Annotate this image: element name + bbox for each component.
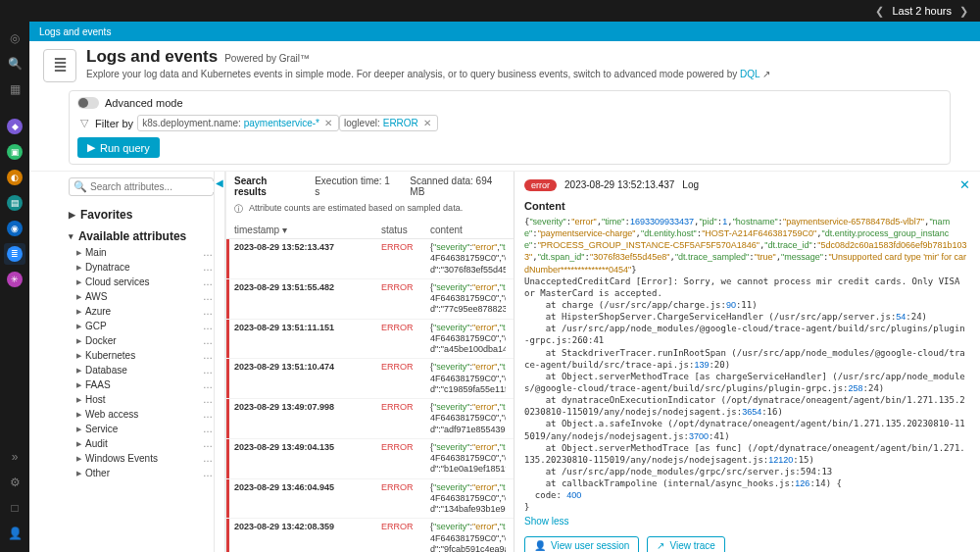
page-title: Logs and events [86,47,218,66]
attr-group[interactable]: ▶FAAS… [69,377,214,392]
user-icon[interactable]: 👤 [4,523,25,544]
info-icon: ⓘ [234,203,243,216]
attr-group[interactable]: ▶Cloud services… [69,275,214,289]
time-next-icon[interactable]: ❯ [959,5,968,18]
rail-app-icon[interactable]: ▤ [4,192,25,214]
attr-group[interactable]: ▶Service… [69,422,214,436]
log-row[interactable]: 2023-08-29 13:49:07.998ERROR{"severity":… [226,399,514,439]
attr-group[interactable]: ▶Azure… [69,304,214,319]
attr-count-note: Attribute counts are estimated based on … [249,203,463,216]
col-status[interactable]: status [381,225,430,235]
attr-group[interactable]: ▶Docker… [69,333,214,348]
logs-app-icon[interactable]: ≣ [4,243,25,265]
log-row[interactable]: 2023-08-29 13:42:08.359ERROR{"severity":… [226,519,514,552]
rail-app-icon[interactable]: ◆ [4,116,25,137]
search-attributes-input[interactable]: 🔍 [69,177,214,196]
log-row[interactable]: 2023-08-29 13:51:10.474ERROR{"severity":… [226,359,514,399]
show-less-link[interactable]: Show less [524,516,970,527]
nav-rail: ◎ 🔍 ▦ ◆ ▣ ◐ ▤ ◉ ≣ ✳ » ⚙ □ 👤 [0,22,29,552]
attr-group[interactable]: ▶AWS… [69,289,214,304]
external-icon: ↗ [762,69,770,79]
dql-link[interactable]: DQL [740,69,760,79]
detail-panel: error 2023-08-29 13:52:13.437 Log ✕ Cont… [514,172,980,552]
nav-icon[interactable]: ◎ [4,27,25,49]
powered-by: Powered by Grail™ [224,53,310,64]
page-subtitle: Explore your log data and Kubernetes eve… [86,69,770,79]
filter-icon: ▽ [77,117,91,129]
help-icon[interactable]: □ [4,497,25,519]
attr-group[interactable]: ▶Other… [69,466,214,480]
attr-group[interactable]: ▶Kubernetes… [69,348,214,363]
col-timestamp[interactable]: timestamp ▾ [234,225,381,235]
rail-app-icon[interactable]: ◉ [4,218,25,239]
content-label: Content [524,200,970,212]
attr-group[interactable]: ▶Web access… [69,407,214,422]
time-prev-icon[interactable]: ❮ [875,5,884,18]
attr-group[interactable]: ▶Windows Events… [69,451,214,466]
detail-type: Log [682,179,699,190]
results-title: Search results [234,176,299,197]
expand-icon[interactable]: » [4,446,25,468]
filter-by-label: Filter by [95,118,133,129]
collapse-left-icon[interactable]: ◀ [214,172,225,552]
log-row[interactable]: 2023-08-29 13:52:13.437ERROR{"severity":… [226,239,514,279]
rail-app-icon[interactable]: ◐ [4,167,25,188]
log-row[interactable]: 2023-08-29 13:49:04.135ERROR{"severity":… [226,439,514,479]
filter-chip[interactable]: k8s.deployment.name: paymentservice-* ✕ [137,115,339,131]
rail-app-icon[interactable]: ▣ [4,141,25,163]
close-icon[interactable]: ✕ [959,177,970,192]
chip-remove-icon[interactable]: ✕ [322,118,334,128]
available-attrs-header[interactable]: ▾Available attributes [69,229,214,243]
search-icon: 🔍 [74,180,87,193]
log-row[interactable]: 2023-08-29 13:51:11.151ERROR{"severity":… [226,320,514,360]
settings-icon[interactable]: ⚙ [4,472,25,493]
chip-remove-icon[interactable]: ✕ [421,118,433,128]
favorites-header[interactable]: ▶Favorites [69,208,214,222]
attr-group[interactable]: ▶Database… [69,363,214,377]
time-range[interactable]: Last 2 hours [892,5,952,17]
search-icon[interactable]: 🔍 [4,53,25,75]
attr-group[interactable]: ▶Audit… [69,436,214,451]
view-user-session-button[interactable]: 👤 View user session [524,536,639,552]
col-content[interactable]: content [430,225,506,235]
log-row[interactable]: 2023-08-29 13:51:55.482ERROR{"severity":… [226,279,514,320]
detail-timestamp: 2023-08-29 13:52:13.437 [564,179,674,190]
rail-app-icon[interactable]: ✳ [4,269,25,290]
log-content: {"severity":"error","time":1693309933437… [524,216,970,514]
breadcrumb[interactable]: Logs and events [29,22,980,41]
log-row[interactable]: 2023-08-29 13:46:04.945ERROR{"severity":… [226,479,514,520]
view-trace-button[interactable]: ↗ View trace [647,536,725,552]
attr-group[interactable]: ▶Dynatrace… [69,260,214,275]
severity-badge: error [524,179,557,191]
advanced-label: Advanced mode [105,97,183,109]
attr-group[interactable]: ▶Host… [69,392,214,407]
attr-group[interactable]: ▶Main… [69,245,214,260]
filter-bar: Advanced mode ▽ Filter by k8s.deployment… [69,90,951,165]
attr-group[interactable]: ▶GCP… [69,319,214,333]
run-query-button[interactable]: ▶ Run query [77,137,160,158]
advanced-toggle[interactable] [77,97,99,109]
apps-icon[interactable]: ▦ [4,78,25,100]
page-icon: ≣ [43,49,76,82]
filter-chip[interactable]: loglevel: ERROR ✕ [339,115,438,131]
